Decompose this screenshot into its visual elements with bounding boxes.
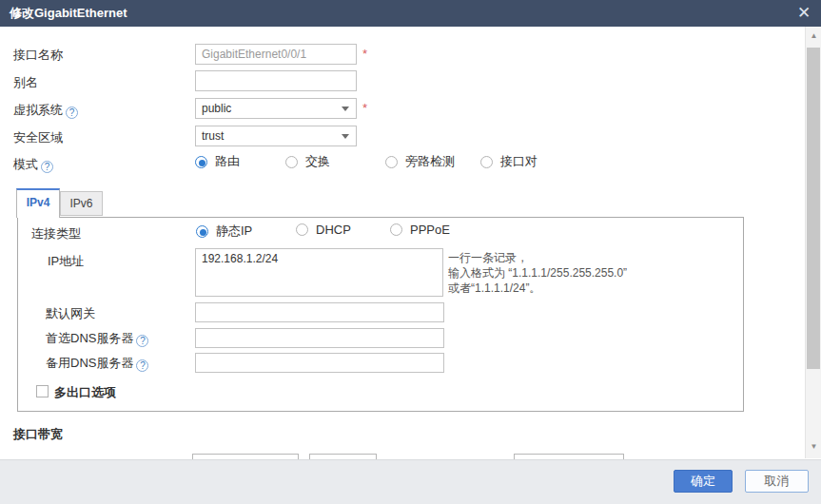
alias-label: 别名: [13, 74, 38, 91]
help-icon[interactable]: ?: [136, 359, 148, 372]
primary-dns-input[interactable]: [195, 328, 444, 348]
modify-interface-dialog: 修改GigabitEthernet ✕ 接口名称 * 别名 虚拟系统? publ…: [0, 0, 821, 504]
dialog-titlebar: 修改GigabitEthernet ✕: [0, 0, 821, 27]
scroll-up-icon[interactable]: ▲: [806, 29, 821, 43]
primary-dns-label: 首选DNS服务器?: [46, 330, 148, 347]
cancel-button[interactable]: 取消: [745, 470, 809, 493]
default-gateway-input[interactable]: [195, 302, 444, 322]
chevron-down-icon: [342, 134, 349, 139]
radio-selected-icon: [195, 156, 207, 168]
virtual-system-value: public: [202, 102, 231, 115]
mode-label: 模式?: [13, 156, 53, 173]
tab-ipv4[interactable]: IPv4: [16, 188, 60, 218]
conn-radio-static-ip[interactable]: 静态IP: [196, 223, 252, 240]
help-icon[interactable]: ?: [41, 161, 53, 173]
virtual-system-select[interactable]: public: [195, 98, 357, 119]
mode-radio-switch[interactable]: 交换: [285, 153, 330, 170]
help-icon[interactable]: ?: [136, 335, 148, 347]
mode-radio-bypass[interactable]: 旁路检测: [385, 153, 455, 170]
dialog-title: 修改GigabitEthernet: [0, 5, 127, 22]
mode-radio-interface-pair[interactable]: 接口对: [480, 153, 538, 170]
interface-name-input[interactable]: [195, 44, 357, 65]
mode-radio-route[interactable]: 路由: [195, 153, 240, 170]
ip-address-hint: 一行一条记录， 输入格式为 “1.1.1.1/255.255.255.0” 或者…: [448, 250, 627, 296]
secondary-dns-label: 备用DNS服务器?: [46, 355, 148, 372]
alias-input[interactable]: [195, 70, 357, 91]
conn-radio-dhcp[interactable]: DHCP: [296, 223, 351, 237]
multi-exit-checkbox[interactable]: [36, 385, 49, 397]
ok-button[interactable]: 确定: [674, 470, 733, 493]
help-icon[interactable]: ?: [66, 107, 78, 119]
ip-address-textarea[interactable]: 192.168.1.2/24: [195, 248, 443, 297]
chevron-down-icon: [342, 107, 349, 111]
dialog-footer: 确定 取消: [0, 459, 821, 504]
conn-radio-pppoe[interactable]: PPPoE: [390, 223, 450, 237]
connection-type-label: 连接类型: [31, 225, 81, 242]
close-icon[interactable]: ✕: [794, 4, 813, 23]
default-gateway-label: 默认网关: [46, 305, 95, 322]
radio-icon: [296, 223, 308, 236]
multi-exit-label: 多出口选项: [54, 384, 116, 401]
radio-icon: [480, 156, 493, 168]
security-zone-select[interactable]: trust: [195, 126, 357, 146]
security-zone-value: trust: [202, 129, 224, 143]
virtual-system-label: 虚拟系统?: [13, 102, 78, 119]
radio-icon: [385, 156, 398, 168]
radio-icon: [390, 223, 402, 236]
required-marker: *: [362, 101, 367, 115]
required-marker: *: [362, 47, 367, 61]
radio-icon: [285, 156, 298, 168]
secondary-dns-input[interactable]: [195, 353, 444, 373]
ip-address-label: IP地址: [48, 253, 84, 270]
interface-name-label: 接口名称: [13, 47, 63, 64]
scroll-down-icon[interactable]: ▼: [806, 440, 821, 454]
radio-selected-icon: [196, 225, 208, 238]
security-zone-label: 安全区域: [13, 129, 63, 146]
scrollbar[interactable]: ▲ ▼: [805, 27, 821, 458]
bandwidth-section-title: 接口带宽: [13, 426, 63, 443]
tab-ipv6[interactable]: IPv6: [60, 191, 103, 216]
scrollbar-thumb[interactable]: [807, 48, 820, 369]
